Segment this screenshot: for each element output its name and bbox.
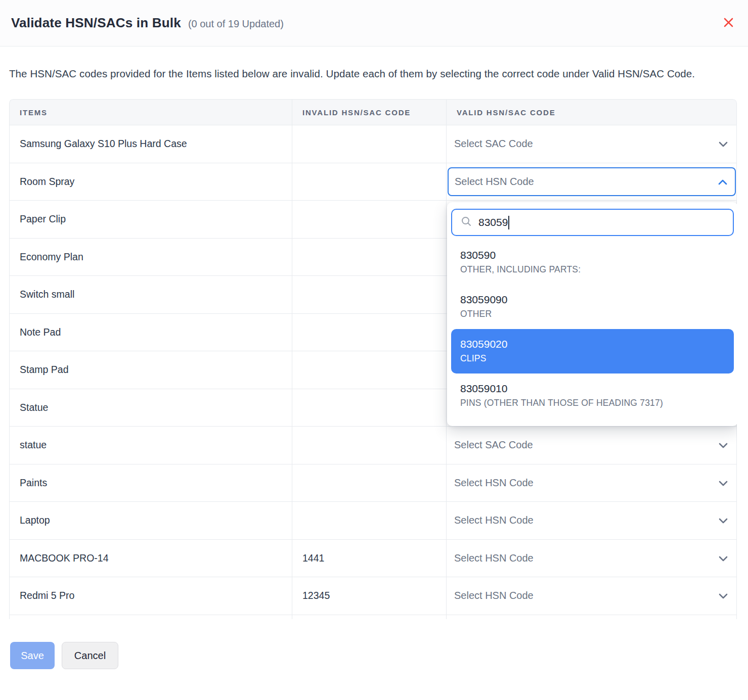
valid-code-select[interactable]: Select HSN Code xyxy=(447,577,736,615)
valid-code-select-open[interactable]: Select HSN Code xyxy=(448,167,736,196)
invalid-code-cell xyxy=(292,163,446,201)
column-header-items: ITEMS xyxy=(9,99,292,125)
modal-header: Validate HSN/SACs in Bulk (0 out of 19 U… xyxy=(0,0,748,46)
table-row: Samsung Galaxy S10 Plus Hard Case Select… xyxy=(9,125,737,163)
item-name: Laptop xyxy=(9,502,292,540)
chevron-down-icon xyxy=(719,439,728,451)
item-name: Paints xyxy=(9,464,292,502)
select-placeholder: Select HSN Code xyxy=(454,515,534,526)
item-name: statue xyxy=(9,427,292,464)
option-description: PINS (OTHER THAN THOSE OF HEADING 7317) xyxy=(460,396,725,410)
hsn-option[interactable]: 83059010 PINS (OTHER THAN THOSE OF HEADI… xyxy=(447,374,737,418)
item-name: Samsung Galaxy S10 Plus Hard Case xyxy=(9,125,292,163)
invalid-code-cell xyxy=(292,239,446,276)
item-name: MACBOOK PRO-14 xyxy=(9,540,292,578)
hsn-table-wrap: ITEMS INVALID HSN/SAC CODE VALID HSN/SAC… xyxy=(9,99,737,619)
save-button[interactable]: Save xyxy=(10,642,55,669)
valid-code-select[interactable]: Select HSN Code xyxy=(447,540,736,577)
item-name: Paper Clip xyxy=(9,201,292,239)
option-code: 83059020 xyxy=(460,337,725,352)
option-code: 83059090 xyxy=(460,292,725,307)
invalid-code-cell xyxy=(292,427,446,464)
search-icon xyxy=(461,216,472,229)
valid-code-select[interactable]: Select HSN Code xyxy=(447,464,736,502)
invalid-code-cell xyxy=(292,464,446,502)
invalid-code-cell: 1441 xyxy=(292,540,446,578)
chevron-down-icon xyxy=(719,477,728,489)
select-placeholder: Select HSN Code xyxy=(455,176,534,188)
option-description: CLIPS xyxy=(460,352,725,365)
item-name: Note Pad xyxy=(9,314,292,352)
validate-hsn-modal: Validate HSN/SACs in Bulk (0 out of 19 U… xyxy=(0,0,748,700)
updated-counter: (0 out of 19 Updated) xyxy=(188,18,284,30)
table-row: MACBOOK PRO-14 1441 Select HSN Code xyxy=(9,540,737,578)
search-value: 83059 xyxy=(478,216,508,228)
chevron-up-icon xyxy=(718,176,727,188)
invalid-code-cell xyxy=(292,314,446,352)
select-placeholder: Select HSN Code xyxy=(454,477,534,489)
item-name: Economy Plan xyxy=(9,239,292,276)
table-row: Redmi 5 Pro 12345 Select HSN Code xyxy=(9,577,737,615)
table-row: Room Spray Select HSN Code xyxy=(9,163,737,201)
valid-code-select[interactable]: Select HSN Code xyxy=(447,502,736,539)
chevron-down-icon xyxy=(719,138,728,150)
invalid-code-cell xyxy=(292,125,446,163)
item-name: Redmi 5 Pro xyxy=(9,577,292,615)
column-header-valid-code: VALID HSN/SAC CODE xyxy=(446,99,737,125)
hsn-option[interactable]: 83059090 OTHER xyxy=(447,285,737,329)
text-caret xyxy=(508,216,509,229)
modal-footer: Save Cancel xyxy=(10,642,748,669)
column-header-invalid-code: INVALID HSN/SAC CODE xyxy=(292,99,446,125)
cancel-button[interactable]: Cancel xyxy=(62,642,118,669)
table-row: Laptop Select HSN Code xyxy=(9,502,737,540)
chevron-down-icon xyxy=(719,515,728,526)
close-icon xyxy=(723,17,734,30)
table-header-row: ITEMS INVALID HSN/SAC CODE VALID HSN/SAC… xyxy=(9,99,737,125)
option-description: OTHER xyxy=(460,307,725,321)
chevron-down-icon xyxy=(719,552,728,564)
select-placeholder: Select HSN Code xyxy=(454,590,534,601)
item-name: Stamp Pad xyxy=(9,351,292,389)
hsn-code-dropdown-panel: 83059 830590 OTHER, INCLUDING PARTS: 830… xyxy=(447,202,737,426)
option-description: OTHER, INCLUDING PARTS: xyxy=(460,263,725,276)
select-placeholder: Select HSN Code xyxy=(454,552,534,564)
modal-description: The HSN/SAC codes provided for the Items… xyxy=(9,63,732,84)
select-placeholder: Select SAC Code xyxy=(454,439,533,451)
table-row-clipped xyxy=(9,615,737,620)
invalid-code-cell xyxy=(292,389,446,427)
item-name: Room Spray xyxy=(9,163,292,201)
hsn-search-input[interactable]: 83059 xyxy=(451,209,734,236)
option-code: 83059010 xyxy=(460,381,725,396)
chevron-down-icon xyxy=(719,590,728,601)
table-row: Paints Select HSN Code xyxy=(9,464,737,502)
invalid-code-cell xyxy=(292,276,446,314)
page-title: Validate HSN/SACs in Bulk xyxy=(11,15,181,31)
item-name: Statue xyxy=(9,389,292,427)
valid-code-select[interactable]: Select SAC Code xyxy=(447,125,736,163)
select-placeholder: Select SAC Code xyxy=(454,138,533,150)
title-wrap: Validate HSN/SACs in Bulk (0 out of 19 U… xyxy=(11,15,284,31)
invalid-code-cell xyxy=(292,351,446,389)
invalid-code-cell: 12345 xyxy=(292,577,446,615)
hsn-options-list: 830590 OTHER, INCLUDING PARTS: 83059090 … xyxy=(447,240,737,418)
option-code: 830590 xyxy=(460,248,725,263)
invalid-code-cell xyxy=(292,502,446,540)
valid-code-select[interactable]: Select SAC Code xyxy=(447,427,736,464)
item-name: Switch small xyxy=(9,276,292,314)
hsn-option[interactable]: 830590 OTHER, INCLUDING PARTS: xyxy=(447,240,737,285)
table-row: statue Select SAC Code xyxy=(9,427,737,464)
invalid-code-cell xyxy=(292,201,446,239)
close-button[interactable] xyxy=(720,15,737,32)
hsn-option-highlighted[interactable]: 83059020 CLIPS xyxy=(451,329,734,374)
